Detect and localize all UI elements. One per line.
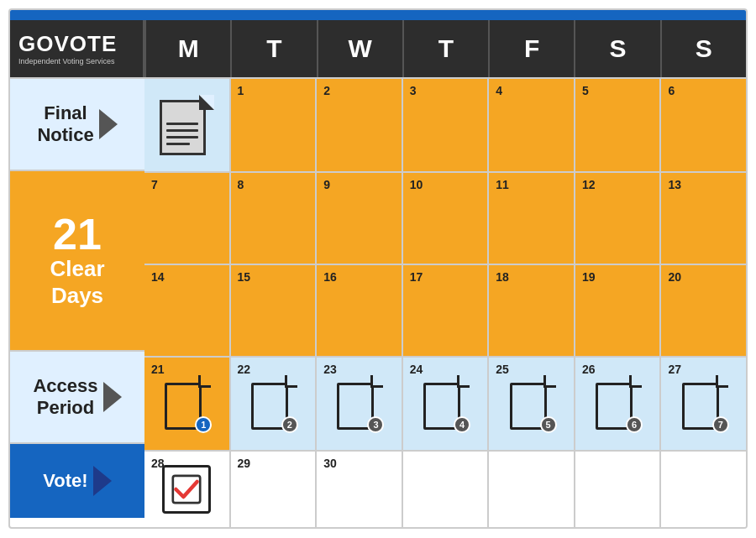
cell-9: 9 xyxy=(315,173,402,264)
cell-28: 28 xyxy=(144,452,229,527)
cell-19: 19 xyxy=(574,265,660,356)
cell-6: 6 xyxy=(659,79,746,171)
day-header-f: F xyxy=(488,20,574,77)
cell-10: 10 xyxy=(402,173,488,264)
clear-days-number: 21 xyxy=(53,212,102,256)
doc-24-icon: 4 xyxy=(423,378,467,430)
logo-cell: GOVOTE Independent Voting Services xyxy=(10,20,144,77)
doc-badge-1: 1 xyxy=(195,416,212,433)
final-notice-arrow xyxy=(99,109,118,139)
cell-16: 16 xyxy=(315,265,402,356)
cell-14: 14 xyxy=(144,265,229,356)
final-notice-doc-icon xyxy=(160,95,214,155)
cell-27: 27 7 xyxy=(659,358,746,450)
ballot-icon xyxy=(162,465,211,514)
cell-21: 21 1 xyxy=(144,358,229,450)
cell-20: 20 xyxy=(659,265,746,356)
cell-1: 1 xyxy=(229,79,316,171)
cell-25: 25 5 xyxy=(487,358,574,450)
cell-empty-3 xyxy=(574,452,660,527)
day-header-w: W xyxy=(317,20,402,77)
grid-row-3: 14 15 16 17 18 19 20 xyxy=(144,264,746,356)
day-header-s1: S xyxy=(574,20,659,77)
logo-sub: Independent Voting Services xyxy=(18,57,115,67)
day-header-m: M xyxy=(144,20,230,77)
cell-empty-1 xyxy=(402,452,488,527)
cell-empty-4 xyxy=(659,452,746,527)
doc-27-icon: 7 xyxy=(682,378,726,430)
cell-5: 5 xyxy=(574,79,660,171)
doc-badge-2: 2 xyxy=(281,416,298,433)
final-notice-text: FinalNotice xyxy=(37,102,93,147)
doc-badge-6: 6 xyxy=(626,416,643,433)
cell-29: 29 xyxy=(229,452,316,527)
grid-row-4: 21 1 22 2 23 xyxy=(144,356,746,450)
cell-22: 22 2 xyxy=(229,358,316,450)
access-period-arrow xyxy=(103,382,122,412)
doc-26-icon: 6 xyxy=(596,378,639,430)
top-accent-bar xyxy=(10,10,746,20)
cell-2: 2 xyxy=(315,79,402,171)
doc-21-icon: 1 xyxy=(165,378,208,430)
cell-empty-2 xyxy=(487,452,574,527)
final-notice-icon-cell xyxy=(144,79,229,171)
grid-row-1: 1 2 3 4 5 6 xyxy=(144,77,746,171)
cell-11: 11 xyxy=(487,173,574,264)
cell-26: 26 6 xyxy=(574,358,660,450)
final-notice-label: FinalNotice xyxy=(10,77,144,170)
day-header-s2: S xyxy=(660,20,746,77)
header-row: GOVOTE Independent Voting Services M T W… xyxy=(10,20,746,77)
cell-8: 8 xyxy=(229,173,316,264)
logo-name: GOVOTE xyxy=(18,31,117,57)
cell-4: 4 xyxy=(487,79,574,171)
cell-18: 18 xyxy=(487,265,574,356)
access-period-label: AccessPeriod xyxy=(10,350,144,442)
cell-30: 30 xyxy=(315,452,402,527)
checkmark-svg xyxy=(171,474,202,504)
cell-13: 13 xyxy=(659,173,746,264)
doc-badge-4: 4 xyxy=(454,416,470,433)
calendar-body: FinalNotice 21 ClearDays AccessPeriod Vo… xyxy=(10,77,746,527)
grid-row-5: 28 29 30 xyxy=(144,450,746,527)
day-header-t1: T xyxy=(230,20,316,77)
doc-22-icon: 2 xyxy=(251,378,295,430)
clear-days-text: ClearDays xyxy=(50,256,104,308)
day-header-t2: T xyxy=(402,20,488,77)
doc-badge-3: 3 xyxy=(367,416,384,433)
cell-15: 15 xyxy=(229,265,316,356)
cell-17: 17 xyxy=(402,265,488,356)
vote-arrow xyxy=(93,466,112,496)
doc-25-icon: 5 xyxy=(510,378,554,430)
labels-column: FinalNotice 21 ClearDays AccessPeriod Vo… xyxy=(10,77,144,527)
cell-7: 7 xyxy=(144,173,229,264)
cell-12: 12 xyxy=(574,173,660,264)
cell-24: 24 4 xyxy=(402,358,488,450)
clear-days-label: 21 ClearDays xyxy=(10,170,144,350)
doc-badge-5: 5 xyxy=(540,416,557,433)
calendar-wrapper: GOVOTE Independent Voting Services M T W… xyxy=(8,8,748,529)
vote-text: Vote! xyxy=(43,470,87,492)
doc-23-icon: 3 xyxy=(337,378,381,430)
cell-23: 23 3 xyxy=(315,358,402,450)
days-grid: 1 2 3 4 5 6 xyxy=(144,77,746,527)
doc-badge-7: 7 xyxy=(712,416,729,433)
access-period-text: AccessPeriod xyxy=(33,375,97,420)
day-headers: M T W T F S S xyxy=(144,20,746,77)
grid-row-2: 7 8 9 10 11 12 13 xyxy=(144,171,746,264)
cell-3: 3 xyxy=(402,79,488,171)
vote-label: Vote! xyxy=(10,442,144,518)
